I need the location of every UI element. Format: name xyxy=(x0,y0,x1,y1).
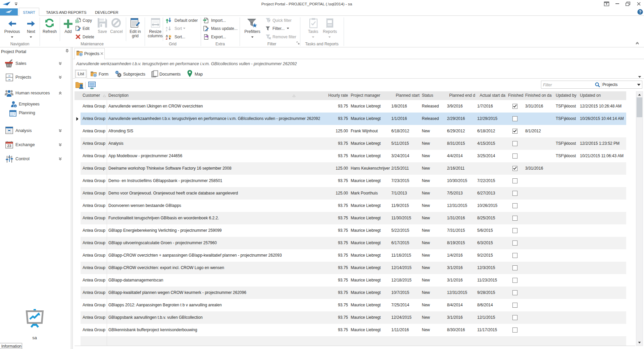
svg-text:?: ? xyxy=(639,10,642,14)
svg-text:23: 23 xyxy=(7,144,11,148)
svg-text:Z: Z xyxy=(166,29,167,32)
svg-text:Z: Z xyxy=(166,37,168,40)
